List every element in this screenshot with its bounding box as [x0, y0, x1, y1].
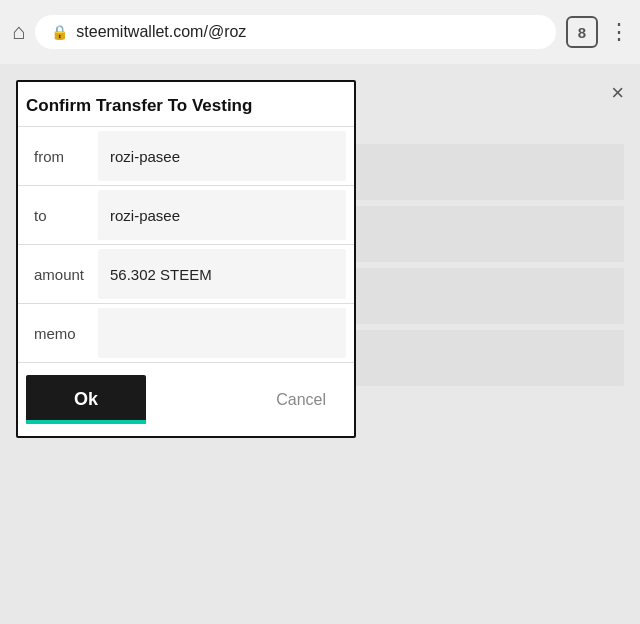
form-row-to: to rozi-pasee	[18, 185, 354, 244]
dialog-title-bar: Confirm Transfer To Vesting	[18, 82, 354, 126]
dialog-buttons: Ok Cancel	[18, 362, 354, 436]
browser-chrome: ⌂ 🔒 steemitwallet.com/@roz 8 ⋮	[0, 0, 640, 64]
dialog-box: Confirm Transfer To Vesting from rozi-pa…	[16, 80, 356, 438]
cancel-button[interactable]: Cancel	[256, 377, 346, 423]
url-text: steemitwallet.com/@roz	[76, 23, 246, 41]
value-to: rozi-pasee	[98, 190, 346, 240]
address-bar[interactable]: 🔒 steemitwallet.com/@roz	[35, 15, 556, 49]
value-memo	[98, 308, 346, 358]
form-row-amount: amount 56.302 STEEM	[18, 244, 354, 303]
dialog-overlay: Confirm Transfer To Vesting from rozi-pa…	[0, 64, 640, 624]
label-from: from	[18, 136, 98, 177]
menu-icon[interactable]: ⋮	[608, 19, 628, 45]
label-amount: amount	[18, 254, 98, 295]
tab-count[interactable]: 8	[566, 16, 598, 48]
label-memo: memo	[18, 313, 98, 354]
value-from: rozi-pasee	[98, 131, 346, 181]
page-content: × Confirm Transfer To Vesting from rozi-…	[0, 64, 640, 624]
value-amount: 56.302 STEEM	[98, 249, 346, 299]
ok-button[interactable]: Ok	[26, 375, 146, 424]
label-to: to	[18, 195, 98, 236]
form-row-from: from rozi-pasee	[18, 126, 354, 185]
lock-icon: 🔒	[51, 24, 68, 40]
form-row-memo: memo	[18, 303, 354, 362]
home-icon[interactable]: ⌂	[12, 19, 25, 45]
dialog-title: Confirm Transfer To Vesting	[26, 96, 252, 116]
